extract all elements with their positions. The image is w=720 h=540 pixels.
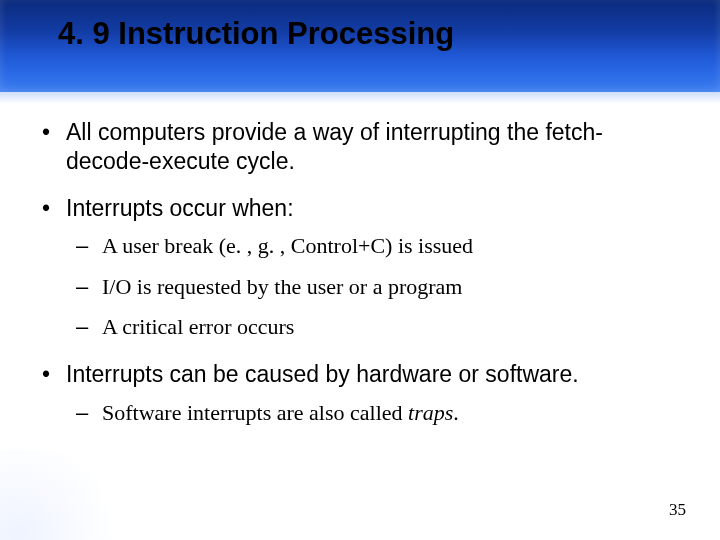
bullet-item: Interrupts can be caused by hardware or … bbox=[38, 360, 678, 427]
sub-text-pre: Software interrupts are also called bbox=[102, 400, 408, 425]
sub-item: A user break (e. , g. , Control+C) is is… bbox=[76, 232, 678, 261]
header-fade bbox=[0, 92, 720, 104]
sub-item: A critical error occurs bbox=[76, 313, 678, 342]
bullet-item: All computers provide a way of interrupt… bbox=[38, 118, 678, 176]
sub-item: Software interrupts are also called trap… bbox=[76, 399, 678, 428]
sub-item: I/O is requested by the user or a progra… bbox=[76, 273, 678, 302]
corner-glow bbox=[0, 450, 130, 540]
bullet-text: Interrupts occur when: bbox=[66, 195, 294, 221]
sub-list: A user break (e. , g. , Control+C) is is… bbox=[66, 232, 678, 342]
bullet-list: All computers provide a way of interrupt… bbox=[38, 118, 678, 427]
slide: 4. 9 Instruction Processing All computer… bbox=[0, 0, 720, 540]
bullet-item: Interrupts occur when: A user break (e. … bbox=[38, 194, 678, 343]
bullet-text: Interrupts can be caused by hardware or … bbox=[66, 361, 579, 387]
sub-list: Software interrupts are also called trap… bbox=[66, 399, 678, 428]
page-number: 35 bbox=[669, 500, 686, 520]
slide-body: All computers provide a way of interrupt… bbox=[38, 118, 678, 445]
slide-title: 4. 9 Instruction Processing bbox=[58, 16, 454, 52]
sub-text-em: traps bbox=[408, 400, 453, 425]
sub-text-post: . bbox=[453, 400, 459, 425]
